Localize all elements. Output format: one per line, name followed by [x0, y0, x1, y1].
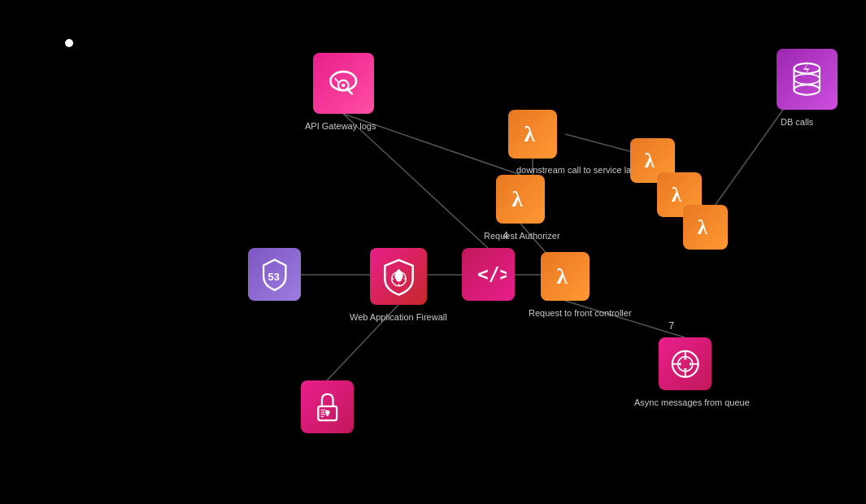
node-sqs: Async messages from queue: [659, 337, 712, 390]
node-lambda-front: λ Request to front controller: [541, 252, 590, 301]
node-waf: Web Application Firewall: [370, 248, 427, 305]
db-icon: [777, 49, 838, 110]
node-route53: 53: [248, 248, 301, 301]
indicator-dot: [65, 39, 73, 47]
diagram-container: API Gateway logs λ downstream call to se…: [0, 0, 866, 504]
lambda-auth-icon: λ: [496, 175, 545, 224]
secrets-icon: [301, 380, 354, 433]
svg-point-15: [342, 84, 345, 87]
cloudwatch-icon: [313, 53, 374, 114]
svg-point-27: [794, 74, 820, 85]
node-cloudwatch: API Gateway logs: [313, 53, 374, 114]
node-db: DB calls: [777, 49, 838, 110]
db-label: DB calls: [781, 117, 813, 127]
node-lambda1: λ downstream call to service lambdas: [508, 110, 557, 159]
svg-line-9: [565, 301, 685, 337]
cloudwatch-label: API Gateway logs: [305, 121, 376, 131]
node-secrets: [301, 380, 354, 433]
svg-text:λ: λ: [524, 122, 536, 146]
svg-line-17: [335, 78, 339, 83]
node-lambda4: λ: [683, 205, 728, 250]
lambda4-icon: λ: [683, 205, 728, 250]
lambda-front-label: Request to front controller: [529, 308, 632, 318]
svg-text:λ: λ: [557, 264, 568, 289]
lambda-auth-label: Request Authorizer: [484, 231, 560, 241]
route53-icon: 53: [248, 248, 301, 301]
waf-label: Web Application Firewall: [350, 312, 447, 322]
step-number-7: 7: [668, 319, 674, 332]
svg-text:λ: λ: [672, 184, 682, 206]
svg-text:53: 53: [268, 270, 279, 282]
node-lambda-auth: λ Request Authorizer: [496, 175, 545, 224]
lambda1-icon: λ: [508, 110, 557, 159]
svg-rect-46: [326, 412, 329, 416]
waf-icon: [370, 248, 427, 305]
svg-text:</>: </>: [477, 263, 507, 284]
step-number-4: 4: [503, 229, 508, 241]
sqs-icon: [659, 337, 712, 390]
node-apigateway: </>: [462, 248, 515, 301]
svg-text:λ: λ: [512, 187, 524, 211]
apigateway-icon: </>: [462, 248, 515, 301]
svg-text:λ: λ: [645, 150, 655, 172]
connectors-svg: [0, 0, 866, 504]
svg-point-24: [794, 85, 820, 95]
svg-text:λ: λ: [698, 216, 708, 238]
lambda-front-icon: λ: [541, 252, 590, 301]
sqs-label: Async messages from queue: [634, 398, 750, 407]
svg-point-35: [396, 276, 402, 281]
svg-line-8: [343, 114, 488, 248]
